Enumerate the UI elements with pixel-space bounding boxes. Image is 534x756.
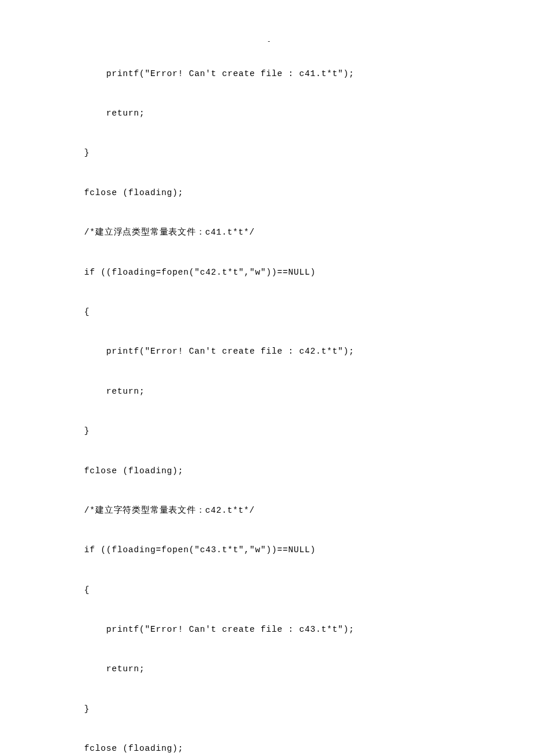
page-header-mark: -: [267, 35, 271, 48]
code-line: /*建立浮点类型常量表文件：c41.t*t*/: [84, 226, 534, 239]
code-line: }: [84, 424, 534, 438]
code-line: fclose (floading);: [84, 465, 534, 478]
code-line: printf("Error! Can't create file : c43.t…: [84, 623, 534, 636]
code-line: }: [84, 703, 534, 716]
code-line: if ((floading=fopen("c43.t*t","w"))==NUL…: [84, 543, 534, 557]
code-line: return;: [84, 663, 534, 676]
code-line: }: [84, 146, 534, 160]
code-line: {: [84, 584, 534, 597]
code-line: return;: [84, 107, 534, 120]
code-line: printf("Error! Can't create file : c41.t…: [84, 67, 534, 81]
code-line: printf("Error! Can't create file : c42.t…: [84, 345, 534, 358]
code-line: {: [84, 305, 534, 319]
document-page: - printf("Error! Can't create file : c41…: [0, 0, 534, 756]
code-line: if ((floading=fopen("c42.t*t","w"))==NUL…: [84, 266, 534, 279]
code-line: /*建立字符类型常量表文件：c42.t*t*/: [84, 504, 534, 517]
source-code-block: printf("Error! Can't create file : c41.t…: [0, 41, 534, 756]
code-line: fclose (floading);: [84, 186, 534, 200]
code-line: return;: [84, 385, 534, 398]
code-line: fclose (floading);: [84, 742, 534, 755]
